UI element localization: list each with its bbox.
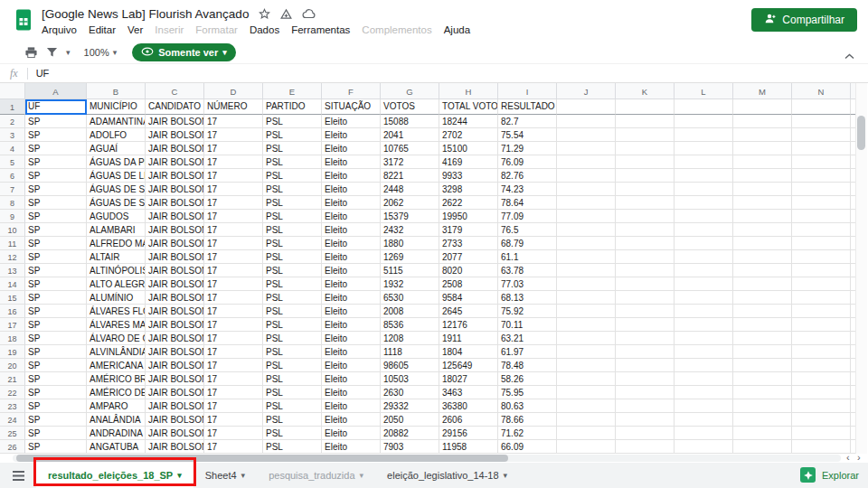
- row-header-10[interactable]: 10: [0, 223, 25, 237]
- cell-F2[interactable]: Eleito: [322, 115, 381, 128]
- cell-N25[interactable]: [792, 427, 851, 440]
- cell-C24[interactable]: JAIR BOLSONARO: [146, 413, 204, 427]
- cell-J20[interactable]: [557, 359, 616, 372]
- cell-D8[interactable]: 17: [204, 196, 263, 210]
- cell-K17[interactable]: [616, 318, 675, 332]
- cell-I17[interactable]: 70.11: [498, 318, 557, 332]
- menu-item-ferramentas[interactable]: Ferramentas: [291, 24, 350, 35]
- cell-L7[interactable]: [675, 183, 733, 196]
- cell-H24[interactable]: 2606: [439, 413, 498, 427]
- cell-G15[interactable]: 6530: [381, 291, 439, 305]
- cell-N10[interactable]: [792, 223, 851, 237]
- cell-E2[interactable]: PSL: [263, 115, 322, 128]
- row-header-9[interactable]: 9: [0, 210, 25, 223]
- cell-A16[interactable]: SP: [25, 305, 87, 318]
- cell-N20[interactable]: [792, 359, 851, 372]
- cell-G25[interactable]: 20882: [381, 427, 439, 440]
- cell-M20[interactable]: [733, 359, 792, 372]
- sheet-tab-pesquisa-traduzida[interactable]: pesquisa_traduzida▾: [257, 463, 375, 488]
- cell-C9[interactable]: JAIR BOLSONARO: [146, 210, 204, 223]
- cell-I21[interactable]: 58.26: [498, 372, 557, 386]
- cell-M3[interactable]: [733, 128, 792, 142]
- cell-J15[interactable]: [557, 291, 616, 305]
- cell-A8[interactable]: SP: [25, 196, 87, 210]
- cell-G16[interactable]: 2008: [381, 305, 439, 318]
- menu-item-editar[interactable]: Editar: [89, 24, 116, 35]
- cell-D18[interactable]: 17: [204, 332, 263, 345]
- cell-K19[interactable]: [616, 345, 675, 359]
- cell-G17[interactable]: 8536: [381, 318, 439, 332]
- row-header-8[interactable]: 8: [0, 196, 25, 210]
- cell-E5[interactable]: PSL: [263, 155, 322, 169]
- cell-A6[interactable]: SP: [25, 169, 87, 183]
- cell-N26[interactable]: [792, 440, 851, 454]
- cell-B9[interactable]: AGUDOS: [87, 210, 146, 223]
- cell-B3[interactable]: ADOLFO: [87, 128, 146, 142]
- row-header-11[interactable]: 11: [0, 237, 25, 250]
- cell-A14[interactable]: SP: [25, 277, 87, 291]
- cell-E21[interactable]: PSL: [263, 372, 322, 386]
- cell-D2[interactable]: 17: [204, 115, 263, 128]
- cell-K12[interactable]: [616, 250, 675, 264]
- row-header-18[interactable]: 18: [0, 332, 25, 345]
- cell-B11[interactable]: ALFREDO MARCONDES: [87, 237, 146, 250]
- cell-G3[interactable]: 2041: [381, 128, 439, 142]
- cell-B22[interactable]: AMÉRICO DE CAMPOS: [87, 386, 146, 399]
- cell-C6[interactable]: JAIR BOLSONARO: [146, 169, 204, 183]
- cell-F25[interactable]: Eleito: [322, 427, 381, 440]
- cell-F18[interactable]: Eleito: [322, 332, 381, 345]
- cell-N15[interactable]: [792, 291, 851, 305]
- cell-J10[interactable]: [557, 223, 616, 237]
- cell-A4[interactable]: SP: [25, 142, 87, 155]
- cell-A12[interactable]: SP: [25, 250, 87, 264]
- sheet-tab-caret-icon[interactable]: ▾: [504, 472, 508, 480]
- cell-K7[interactable]: [616, 183, 675, 196]
- sheet-tab-caret-icon[interactable]: ▾: [177, 472, 182, 480]
- cell-I15[interactable]: 68.13: [498, 291, 557, 305]
- cell-C15[interactable]: JAIR BOLSONARO: [146, 291, 204, 305]
- cell-G21[interactable]: 10503: [381, 372, 439, 386]
- cell-A20[interactable]: SP: [25, 359, 87, 372]
- row-header-23[interactable]: 23: [0, 399, 25, 413]
- cell-L18[interactable]: [675, 332, 733, 345]
- cell-M22[interactable]: [733, 386, 792, 399]
- cell-H15[interactable]: 9584: [439, 291, 498, 305]
- cell-H14[interactable]: 2508: [439, 277, 498, 291]
- menu-item-ajuda[interactable]: Ajuda: [444, 24, 470, 35]
- cell-A23[interactable]: SP: [25, 399, 87, 413]
- cell-E12[interactable]: PSL: [263, 250, 322, 264]
- cell-C1[interactable]: CANDIDATO: [146, 99, 204, 115]
- cell-M15[interactable]: [733, 291, 792, 305]
- cell-H5[interactable]: 4169: [439, 155, 498, 169]
- cell-K23[interactable]: [616, 399, 675, 413]
- cell-G2[interactable]: 15088: [381, 115, 439, 128]
- cell-B16[interactable]: ÁLVARES FLORENCE: [87, 305, 146, 318]
- cell-N18[interactable]: [792, 332, 851, 345]
- cell-H26[interactable]: 11958: [439, 440, 498, 454]
- column-header-g[interactable]: G: [381, 83, 439, 99]
- cell-K13[interactable]: [616, 264, 675, 277]
- cell-E14[interactable]: PSL: [263, 277, 322, 291]
- formula-bar[interactable]: fx UF: [0, 63, 868, 83]
- cell-F26[interactable]: Eleito: [322, 440, 381, 454]
- cell-M18[interactable]: [733, 332, 792, 345]
- cell-G1[interactable]: VOTOS: [381, 99, 439, 115]
- cell-C2[interactable]: JAIR BOLSONARO: [146, 115, 204, 128]
- cell-N14[interactable]: [792, 277, 851, 291]
- cell-I9[interactable]: 77.09: [498, 210, 557, 223]
- all-sheets-icon[interactable]: [0, 463, 36, 488]
- cell-J26[interactable]: [557, 440, 616, 454]
- cell-H21[interactable]: 18027: [439, 372, 498, 386]
- cell-K11[interactable]: [616, 237, 675, 250]
- cell-H9[interactable]: 19950: [439, 210, 498, 223]
- cell-F19[interactable]: Eleito: [322, 345, 381, 359]
- cell-M12[interactable]: [733, 250, 792, 264]
- cell-I8[interactable]: 78.64: [498, 196, 557, 210]
- cell-K25[interactable]: [616, 427, 675, 440]
- cell-C20[interactable]: JAIR BOLSONARO: [146, 359, 204, 372]
- cell-C16[interactable]: JAIR BOLSONARO: [146, 305, 204, 318]
- row-header-22[interactable]: 22: [0, 386, 25, 399]
- cell-C3[interactable]: JAIR BOLSONARO: [146, 128, 204, 142]
- cell-L4[interactable]: [675, 142, 733, 155]
- cell-E25[interactable]: PSL: [263, 427, 322, 440]
